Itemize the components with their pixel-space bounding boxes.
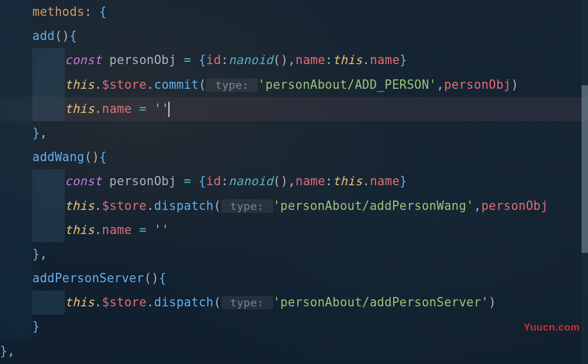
token-inlay-hint: type: bbox=[221, 296, 273, 309]
code-line[interactable]: this.name = '' bbox=[0, 218, 588, 242]
indent-guide bbox=[0, 266, 32, 290]
token-this: this bbox=[333, 174, 363, 188]
code-line[interactable]: }, bbox=[0, 121, 588, 145]
token-func: dispatch bbox=[154, 199, 214, 213]
token-brace: { bbox=[159, 271, 167, 285]
token-func: commit bbox=[154, 78, 199, 92]
code-line[interactable]: addWang(){ bbox=[0, 145, 588, 169]
token-this: this bbox=[65, 78, 95, 92]
indent-guide bbox=[32, 97, 65, 121]
token-prop: id bbox=[206, 53, 221, 67]
token-operator: = bbox=[184, 174, 198, 188]
token-punct: : bbox=[85, 5, 99, 19]
token-var: personObj bbox=[481, 199, 549, 213]
token-string: 'personAbout/addPersonWang' bbox=[273, 199, 474, 213]
code-line[interactable]: add(){ bbox=[0, 24, 588, 48]
token-punct: : bbox=[221, 53, 229, 67]
indent-guide bbox=[32, 218, 65, 242]
token-func: dispatch bbox=[154, 295, 214, 309]
token-func: nanoid bbox=[228, 53, 273, 67]
token-operator: = bbox=[132, 102, 154, 116]
token-brace: } bbox=[32, 247, 40, 261]
token-string: 'personAbout/addPersonServer' bbox=[273, 295, 489, 309]
token-this: this bbox=[65, 199, 95, 213]
token-property: methods bbox=[32, 5, 85, 19]
token-brace: } bbox=[0, 344, 8, 358]
code-line[interactable]: this.$store.dispatch( type: 'personAbout… bbox=[0, 194, 588, 218]
token-punct: . bbox=[95, 78, 102, 92]
token-punct: ) bbox=[489, 295, 496, 309]
token-punct: , bbox=[8, 344, 15, 358]
token-punct: . bbox=[363, 53, 370, 67]
token-prop: name bbox=[102, 102, 132, 116]
indent-guide bbox=[0, 121, 32, 145]
code-line[interactable]: }, bbox=[0, 339, 588, 363]
indent-guide bbox=[0, 24, 32, 48]
code-line[interactable]: this.$store.dispatch( type: 'personAbout… bbox=[0, 290, 588, 315]
indent-guide bbox=[0, 48, 32, 72]
indent-guide bbox=[32, 73, 65, 97]
token-punct: , bbox=[288, 53, 295, 67]
token-punct: () bbox=[55, 29, 69, 43]
indent-guide bbox=[32, 169, 65, 193]
token-punct: . bbox=[147, 78, 154, 92]
code-line[interactable]: }, bbox=[0, 242, 588, 266]
indent-guide bbox=[0, 242, 32, 266]
code-line[interactable]: const personObj = {id:nanoid(),name:this… bbox=[0, 169, 588, 193]
token-brace: { bbox=[99, 5, 107, 19]
token-method: add bbox=[32, 29, 55, 43]
token-brace: { bbox=[199, 174, 207, 188]
indent-guide bbox=[0, 218, 32, 242]
token-prop: id bbox=[206, 174, 221, 188]
code-line[interactable]: const personObj = {id:nanoid(),name:this… bbox=[0, 48, 588, 72]
token-this: this bbox=[333, 53, 363, 67]
token-inlay-hint: type: bbox=[221, 199, 273, 213]
token-inlay-hint: type: bbox=[206, 78, 258, 92]
token-brace: } bbox=[400, 53, 407, 67]
scrollbar-track[interactable] bbox=[582, 0, 588, 364]
token-keyword: const bbox=[65, 174, 102, 188]
token-punct: , bbox=[437, 78, 444, 92]
token-this: this bbox=[65, 102, 95, 116]
token-punct: . bbox=[363, 174, 370, 188]
indent-guide bbox=[0, 169, 32, 193]
token-punct: , bbox=[474, 199, 481, 213]
token-punct: () bbox=[273, 53, 288, 67]
token-operator: = bbox=[132, 223, 154, 237]
code-editor[interactable]: methods: { add(){ const personObj = {id:… bbox=[0, 0, 588, 363]
token-prop: $store bbox=[102, 295, 147, 309]
code-line[interactable]: addPersonServer(){ bbox=[0, 266, 588, 290]
scrollbar-thumb[interactable] bbox=[582, 85, 588, 253]
indent-guide bbox=[32, 48, 65, 72]
token-punct: : bbox=[325, 174, 333, 188]
token-prop: name bbox=[295, 53, 325, 67]
token-operator: = bbox=[184, 53, 198, 67]
token-string: '' bbox=[154, 102, 169, 116]
code-line[interactable]: } bbox=[0, 315, 588, 339]
indent-guide bbox=[0, 290, 32, 315]
indent-guide bbox=[0, 73, 32, 97]
token-brace: } bbox=[32, 319, 40, 333]
token-this: this bbox=[65, 223, 95, 237]
token-punct: . bbox=[95, 199, 102, 213]
indent-guide bbox=[32, 194, 65, 218]
token-func: nanoid bbox=[228, 174, 273, 188]
indent-guide bbox=[0, 145, 32, 169]
token-brace: } bbox=[400, 174, 407, 188]
token-punct: ( bbox=[214, 295, 221, 309]
token-var: personObj bbox=[102, 174, 184, 188]
code-line-active[interactable]: this.name = '' bbox=[0, 97, 588, 121]
token-punct: , bbox=[40, 247, 48, 261]
token-punct: . bbox=[95, 223, 102, 237]
token-var: personObj bbox=[102, 53, 184, 67]
token-punct: () bbox=[144, 271, 159, 285]
token-brace: { bbox=[69, 29, 77, 43]
token-punct: : bbox=[221, 174, 229, 188]
token-method: addPersonServer bbox=[32, 271, 144, 285]
token-keyword: const bbox=[65, 53, 102, 67]
code-line[interactable]: methods: { bbox=[0, 0, 588, 24]
token-punct: ( bbox=[214, 199, 221, 213]
token-string: 'personAbout/ADD_PERSON' bbox=[258, 78, 436, 92]
code-line[interactable]: this.$store.commit( type: 'personAbout/A… bbox=[0, 73, 588, 97]
token-brace: { bbox=[99, 150, 107, 164]
